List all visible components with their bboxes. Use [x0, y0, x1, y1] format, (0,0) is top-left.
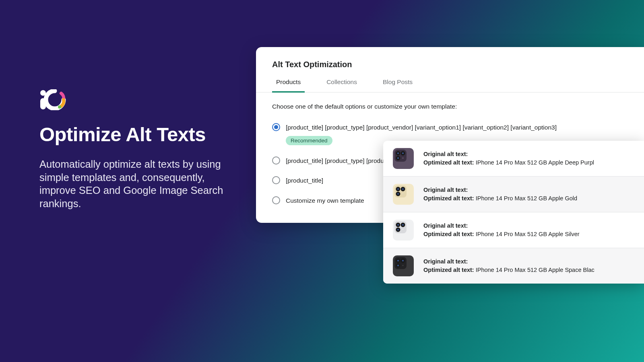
svg-point-26: [402, 224, 404, 226]
preview-text: Original alt text:Optimized alt text: IP…: [423, 186, 577, 203]
svg-point-17: [402, 188, 404, 190]
svg-point-10: [397, 157, 399, 159]
preview-text: Original alt text:Optimized alt text: IP…: [423, 150, 594, 167]
optimized-value: IPhone 14 Pro Max 512 GB Apple Deep Purp…: [476, 159, 594, 166]
svg-point-20: [402, 193, 404, 195]
option-label: Customize my own template: [286, 196, 364, 205]
optimized-label: Optimized alt text:: [423, 267, 474, 273]
svg-point-19: [397, 193, 399, 195]
optimized-value: IPhone 14 Pro Max 512 GB Apple Gold: [476, 195, 577, 202]
tab-products[interactable]: Products: [272, 78, 305, 93]
option-label: [product_title] [product_type] [produ: [286, 156, 384, 165]
svg-point-28: [397, 229, 399, 230]
preview-text: Original alt text:Optimized alt text: IP…: [423, 257, 594, 274]
preview-row: Original alt text:Optimized alt text: IP…: [383, 141, 644, 177]
svg-point-11: [402, 157, 404, 159]
optimized-value: IPhone 14 Pro Max 512 GB Apple Silver: [476, 231, 580, 237]
optimized-label: Optimized alt text:: [423, 195, 474, 202]
radio-icon[interactable]: [272, 123, 280, 131]
svg-point-24: [397, 224, 399, 226]
preview-row: Original alt text:Optimized alt text: IP…: [383, 177, 644, 212]
promo-left: Optimize Alt Texts Automatically optimiz…: [39, 89, 233, 210]
svg-point-33: [397, 260, 399, 261]
svg-point-15: [397, 188, 399, 190]
original-label: Original alt text:: [423, 151, 468, 157]
svg-rect-13: [394, 185, 407, 197]
subheadline: Automatically optimize alt texts by usin…: [39, 158, 233, 210]
recommended-badge: Recommended: [286, 136, 332, 145]
svg-point-38: [402, 265, 404, 266]
original-label: Original alt text:: [423, 187, 468, 193]
product-thumb-icon: [392, 219, 415, 241]
svg-point-6: [397, 152, 399, 154]
svg-point-2: [58, 105, 61, 109]
radio-icon[interactable]: [272, 196, 280, 204]
headline: Optimize Alt Texts: [39, 123, 233, 146]
product-thumb-icon: [392, 255, 415, 277]
svg-point-37: [397, 265, 399, 266]
preview-text: Original alt text:Optimized alt text: IP…: [423, 222, 580, 239]
radio-icon[interactable]: [272, 156, 280, 165]
preview-row: Original alt text:Optimized alt text: IP…: [383, 212, 644, 248]
card-title: Alt Text Optimization: [256, 60, 644, 78]
svg-point-29: [402, 229, 404, 230]
option-label: [product_title] [product_type] [product_…: [286, 123, 557, 132]
svg-point-8: [402, 152, 404, 154]
original-label: Original alt text:: [423, 258, 468, 265]
optimized-label: Optimized alt text:: [423, 231, 474, 237]
product-thumb-icon: [392, 147, 415, 170]
preview-panel: Original alt text:Optimized alt text: IP…: [383, 141, 644, 284]
logo-icon: [39, 89, 233, 110]
svg-point-35: [402, 260, 404, 261]
svg-rect-4: [394, 150, 407, 162]
tab-bar: Products Collections Blog Posts: [256, 78, 644, 93]
tab-collections[interactable]: Collections: [322, 78, 361, 93]
option-label: [product_title]: [286, 176, 323, 185]
svg-rect-31: [394, 257, 407, 269]
instruction-text: Choose one of the default options or cus…: [256, 93, 644, 117]
svg-rect-22: [394, 221, 407, 233]
preview-row: Original alt text:Optimized alt text: IP…: [383, 248, 644, 284]
tab-blog-posts[interactable]: Blog Posts: [379, 78, 417, 93]
radio-icon[interactable]: [272, 176, 280, 184]
original-label: Original alt text:: [423, 222, 468, 229]
optimized-value: IPhone 14 Pro Max 512 GB Apple Space Bla…: [476, 267, 594, 273]
optimized-label: Optimized alt text:: [423, 159, 474, 166]
product-thumb-icon: [392, 183, 415, 206]
